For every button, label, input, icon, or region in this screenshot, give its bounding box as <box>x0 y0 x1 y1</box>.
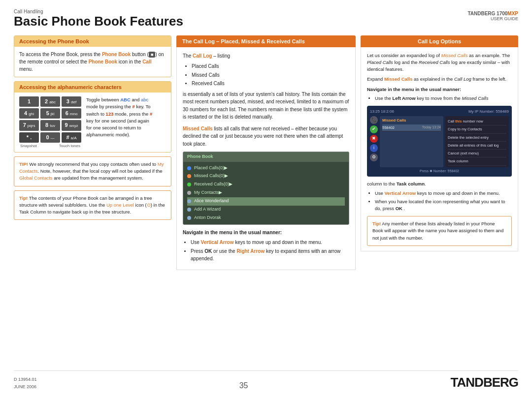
phone-book-access-header: Accessing the Phone Book <box>14 36 171 47</box>
key-4: 4 ghi <box>19 108 39 119</box>
pb-item-wizard: Add A Wizard <box>187 206 345 214</box>
left-column: Accessing the Phone Book To access the P… <box>14 35 171 366</box>
pb-dot-dvorak <box>187 216 191 220</box>
right-section: Call Log Options Let us consider an expa… <box>361 35 518 251</box>
ok-link1: OK <box>204 248 212 254</box>
right-nav-item-2: Use Vertical Arrow keys to move up and d… <box>375 190 512 197</box>
ds-menu-item-4: Delete all entries of this call log <box>448 142 506 150</box>
ds-topbar: 13:25 18:2:06 My IP Number: 558489 <box>370 109 509 115</box>
tip1-text: We strongly recommend that you copy cont… <box>28 161 158 167</box>
right-expand-text: Expand Missed Calls as explained in the … <box>367 76 512 83</box>
call-log-list: Placed Calls Missed Calls Received Calls <box>183 62 349 88</box>
device-screenshot: 13:25 18:2:06 My IP Number: 558489 📞 ✔ ✖… <box>367 106 512 177</box>
abc-label: ABC <box>120 97 131 102</box>
call-log-body1: is essentially a set of lists of your sy… <box>183 91 349 121</box>
main-grid: Accessing the Phone Book To access the P… <box>14 35 518 366</box>
right-nav-list-2: Use Vertical Arrow keys to move up and d… <box>367 190 512 212</box>
missed-calls-expand-link: Missed Calls <box>384 76 413 82</box>
ds-number: 558402 <box>382 125 395 130</box>
call-link: Call <box>142 59 151 64</box>
phone-book-link1: Phone Book <box>102 52 131 57</box>
pb-item-wizard-label: Add A Wizard <box>194 206 221 213</box>
mid-column: The Call Log – Placed, Missed & Received… <box>176 35 356 366</box>
key-0: 0 — <box>40 132 60 143</box>
ds-menu-item-3: Delete the selected entry <box>448 134 506 142</box>
placed-calls-link-right: Placed Calls <box>367 60 393 65</box>
key-row-label: Snapshot Touch tones <box>19 144 81 148</box>
pb-text1: To access the Phone Book, press the <box>19 52 102 57</box>
pb-item-dvorak: Anton Dvorak <box>187 214 345 222</box>
pb-item-alice-label: Alice Wonderland <box>194 198 229 205</box>
tip1-label: TIP! <box>19 161 28 167</box>
nav-item-1: Use Vertical Arrow keys to move up and d… <box>191 239 349 246</box>
right-column: Call Log Options Let us consider an expa… <box>361 35 518 366</box>
mxp-label: MXP <box>507 11 518 16</box>
phone-book-link2: Phone Book <box>89 59 117 64</box>
ds-call-item-1: 558402 Today 13:24 <box>382 124 441 131</box>
missed-calls-link-right: Missed Calls <box>441 53 468 58</box>
ds-time: 13:25 18:2:06 <box>370 109 394 115</box>
pb-button-icon: ■ <box>149 52 155 58</box>
ok-link-right: OK <box>396 206 402 211</box>
footer-page-number: 35 <box>239 381 248 390</box>
right-tip-text: Any member of these lists already listed… <box>372 221 503 241</box>
global-contacts-link: Global Contacts <box>19 175 53 181</box>
footer-left: D 13954.01 JUNE 2006 <box>14 376 37 390</box>
footer: D 13954.01 JUNE 2006 35 TANDBERG <box>14 370 518 390</box>
key-9: 9 wxyz <box>62 120 81 130</box>
abc-lower-label: abc <box>141 97 148 102</box>
header-left: Call Handling Basic Phone Book Features <box>14 9 183 29</box>
ds-call-time: Today 13:24 <box>422 125 441 130</box>
phone-book-access-section: Accessing the Phone Book To access the P… <box>14 35 171 78</box>
up-one-level-link: Up one Level <box>106 202 134 208</box>
missed-calls-nav-ref: Missed Calls <box>462 95 489 101</box>
ds-menu-item-5: Cancel (exit menu) <box>448 150 506 157</box>
right-navigate-header: Navigate in the menu in the usual manner… <box>367 86 512 93</box>
brand-model: TANDBERG 1700MXP <box>467 11 518 16</box>
tip1-text2: . Note, however, that the local copy wil… <box>38 168 163 174</box>
pb-item-dvorak-label: Anton Dvorak <box>194 215 221 221</box>
keypad-area: 1 2 abc 3 def 4 ghi 5 jkl 6 mno 7 pqrs 8… <box>14 92 171 152</box>
call-log-frame-link: Call Log <box>454 76 471 82</box>
pb-dot-received <box>187 183 191 186</box>
nav-list: Use Vertical Arrow keys to move up and d… <box>183 239 349 263</box>
tip2-text2: icon ( <box>134 202 147 208</box>
ds-left-icons: 📞 ✔ ✖ i ⚙ <box>370 116 378 167</box>
pb-item-placed-label: Placed Calls(0)▶ <box>194 165 228 172</box>
ds-icon-green: ✔ <box>370 125 378 133</box>
right-section-header: Call Log Options <box>361 35 518 47</box>
key-8: 8 tuv <box>40 120 60 130</box>
right-nav-item-3: When you have located the icon represent… <box>375 198 512 213</box>
ds-ip: My IP Number: 558489 <box>468 109 509 115</box>
ds-call-title: Missed Calls <box>382 118 441 123</box>
right-body1: Let us consider an expanded log of Misse… <box>367 52 512 73</box>
vertical-arrow-link-right: Vertical Arrow <box>385 190 416 196</box>
user-guide-label: USER GUIDE <box>467 16 518 21</box>
ds-menu-item-1: Call this number now <box>448 118 506 125</box>
ds-icon-settings: ⚙ <box>370 153 378 161</box>
phone-book-access-body: To access the Phone Book, press the Phon… <box>14 47 171 77</box>
pb-text2: button ( <box>131 52 149 57</box>
header-right: TANDBERG 1700MXP USER GUIDE <box>467 11 518 21</box>
snapshot-label: Snapshot <box>20 144 37 148</box>
call-log-body2: Missed Calls lists all calls that were n… <box>183 125 349 148</box>
header-title: Basic Phone Book Features <box>14 14 183 29</box>
ds-menu-item-2: Copy to my Contacts <box>448 125 506 133</box>
mid-section-header: The Call Log – Placed, Missed & Received… <box>176 35 356 47</box>
tip1-text3: are updated from the management system. <box>53 175 143 181</box>
left-arrow-link: Left Arrow <box>392 95 415 101</box>
call-log-item-placed: Placed Calls <box>192 62 349 70</box>
pb-items-list: Placed Calls(0)▶ Missed Calls(0)▶ Receiv… <box>183 162 349 224</box>
ds-call-list: Missed Calls 558402 Today 13:24 <box>380 116 443 167</box>
task-column-link: Task column <box>397 181 425 186</box>
hash-key-ref: # <box>132 104 134 109</box>
key-7: 7 pqrs <box>19 120 39 130</box>
key-2: 2 abc <box>40 96 60 107</box>
vertical-arrow-link: Vertical Arrow <box>201 240 234 245</box>
alphanumeric-header: Accessing the alphanumeric characters <box>14 82 171 92</box>
ds-icon-blue: i <box>370 144 378 152</box>
up-level-icon: ⊙ <box>147 202 151 208</box>
pb-dot-missed <box>187 174 191 178</box>
pb-text4: icon in the <box>117 59 142 64</box>
right-section-body: Let us consider an expanded log of Misse… <box>361 47 518 251</box>
